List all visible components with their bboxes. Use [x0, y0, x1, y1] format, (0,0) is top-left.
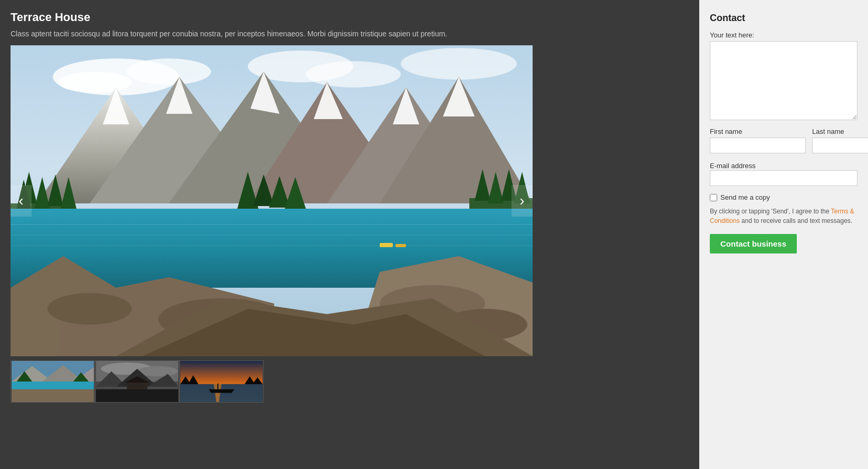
next-arrow[interactable]: ›	[512, 185, 533, 217]
svg-rect-71	[217, 384, 218, 390]
contact-title: Contact	[710, 13, 857, 24]
message-textarea[interactable]	[710, 41, 857, 120]
first-name-label: First name	[710, 128, 806, 135]
text-field-label: Your text here:	[710, 31, 857, 39]
thumbnail-2[interactable]	[95, 360, 179, 403]
svg-rect-56	[12, 389, 94, 402]
terms-text: By clicking or tapping 'Send', I agree t…	[710, 207, 857, 226]
first-name-input[interactable]	[710, 138, 806, 153]
email-input[interactable]	[710, 170, 857, 186]
svg-rect-39	[396, 244, 406, 247]
contact-panel: Contact Your text here: First name Last …	[699, 0, 868, 469]
send-copy-label: Send me a copy	[720, 193, 770, 201]
main-content: Terrace House Class aptent taciti socios…	[0, 0, 699, 469]
first-name-field: First name	[710, 128, 806, 153]
svg-rect-68	[180, 384, 263, 402]
thumbnail-strip	[11, 360, 533, 403]
send-copy-row: Send me a copy	[710, 193, 857, 201]
last-name-input[interactable]	[812, 138, 868, 153]
email-label: E-mail address	[710, 162, 756, 170]
page-description: Class aptent taciti sociosqu ad litora t…	[11, 30, 689, 38]
svg-point-43	[47, 293, 132, 325]
svg-point-6	[401, 48, 517, 80]
main-image: ‹ ›	[11, 45, 533, 356]
prev-arrow[interactable]: ‹	[11, 185, 32, 217]
page-wrapper: Terrace House Class aptent taciti socios…	[0, 0, 868, 469]
thumbnail-3[interactable]	[179, 360, 264, 403]
email-field-container: E-mail address	[710, 161, 857, 186]
svg-point-5	[306, 61, 401, 87]
svg-point-2	[127, 58, 211, 85]
svg-marker-70	[209, 389, 235, 393]
last-name-label: Last name	[812, 128, 868, 135]
svg-rect-66	[96, 389, 178, 402]
send-copy-checkbox[interactable]	[710, 194, 717, 201]
gallery-area: ‹ ›	[11, 45, 533, 403]
svg-rect-38	[380, 243, 393, 247]
page-title: Terrace House	[11, 11, 689, 24]
thumbnail-1[interactable]	[11, 360, 95, 403]
last-name-field: Last name	[812, 128, 868, 153]
contact-business-button[interactable]: Contact business	[710, 234, 797, 253]
svg-point-3	[58, 72, 132, 93]
name-row: First name Last name	[710, 128, 857, 153]
